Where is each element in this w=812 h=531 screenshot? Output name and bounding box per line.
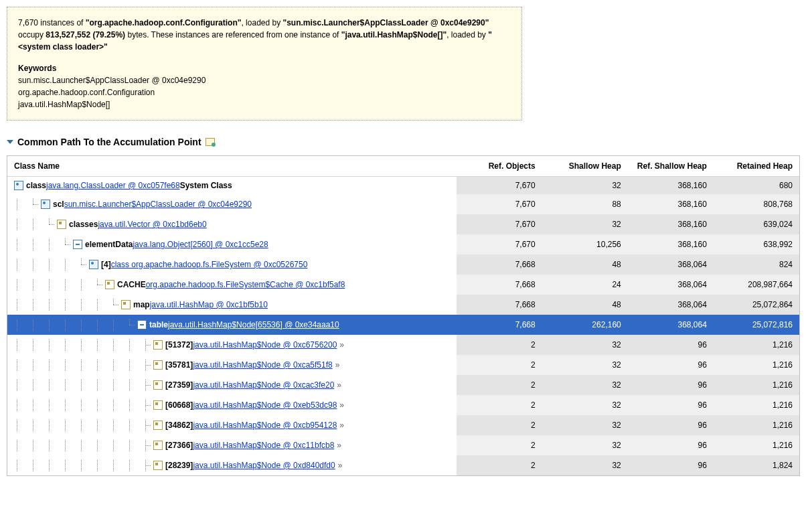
cell-shallow: 32 [542, 455, 628, 475]
field-name: CACHE [117, 280, 146, 289]
cell-refobj: 2 [457, 355, 542, 375]
cell-refshallow: 368,064 [628, 254, 714, 275]
cell-retained: 680 [714, 177, 799, 195]
cell-retained: 824 [714, 254, 799, 275]
object-icon [153, 380, 163, 390]
section-header[interactable]: Common Path To the Accumulation Point [7, 137, 805, 147]
object-icon [153, 441, 163, 450]
suspect-info-box: 7,670 instances of "org.apache.hadoop.co… [7, 7, 522, 121]
table-row[interactable]: elementData java.lang.Object[2560] @ 0xc… [7, 234, 799, 254]
table-row[interactable]: table java.util.HashMap$Node[65536] @ 0x… [7, 315, 799, 335]
cell-refobj: 2 [457, 435, 542, 455]
chevron-right-icon: » [335, 360, 340, 370]
object-link[interactable]: org.apache.hadoop.fs.FileSystem$Cache @ … [146, 280, 345, 289]
field-name: elementData [85, 240, 133, 249]
cell-shallow: 32 [542, 177, 628, 195]
col-class-name[interactable]: Class Name [7, 156, 457, 177]
field-name: [35781] [165, 360, 193, 370]
field-name: [28239] [165, 461, 193, 470]
field-name: map [133, 300, 150, 309]
object-icon [153, 461, 163, 470]
table-row[interactable]: [60668] java.util.HashMap$Node @ 0xeb53d… [7, 395, 799, 415]
cell-refobj: 7,668 [457, 295, 542, 315]
cell-retained: 25,072,864 [714, 295, 799, 315]
object-link[interactable]: java.lang.ClassLoader @ 0xc057fe68 [46, 181, 180, 190]
object-link[interactable]: java.util.Vector @ 0xc1bd6eb0 [98, 220, 206, 229]
system-class-label: System Class [180, 181, 232, 190]
object-link[interactable]: java.util.HashMap @ 0xc1bf5b10 [150, 300, 268, 309]
cell-retained: 639,024 [714, 214, 799, 234]
table-row[interactable]: classes java.util.Vector @ 0xc1bd6eb07,6… [7, 214, 799, 234]
cell-shallow: 32 [542, 435, 628, 455]
object-link[interactable]: java.util.HashMap$Node @ 0xc6756200 [193, 340, 337, 350]
cell-refshallow: 96 [628, 375, 714, 395]
cell-shallow: 32 [542, 395, 628, 415]
table-row[interactable]: CACHE org.apache.hadoop.fs.FileSystem$Ca… [7, 275, 799, 295]
cell-refobj: 7,670 [457, 234, 542, 254]
cell-refobj: 2 [457, 375, 542, 395]
field-name: [51372] [165, 340, 193, 350]
section-title: Common Path To the Accumulation Point [17, 137, 201, 147]
object-link[interactable]: java.lang.Object[2560] @ 0xc1cc5e28 [133, 240, 268, 249]
field-name: classes [69, 220, 98, 229]
cell-retained: 208,987,664 [714, 275, 799, 295]
table-row[interactable]: map java.util.HashMap @ 0xc1bf5b107,6684… [7, 295, 799, 315]
field-name: scl [53, 200, 64, 209]
cell-retained: 1,216 [714, 395, 799, 415]
cell-retained: 1,216 [714, 335, 799, 355]
cell-shallow: 32 [542, 214, 628, 234]
object-link[interactable]: java.util.HashMap$Node @ 0xeb53dc98 [193, 400, 337, 410]
cell-retained: 1,216 [714, 375, 799, 395]
table-row[interactable]: scl sun.misc.Launcher$AppClassLoader @ 0… [7, 194, 799, 214]
toggle-arrow-icon[interactable] [7, 140, 13, 144]
table-row[interactable]: [4] class org.apache.hadoop.fs.FileSyste… [7, 254, 799, 275]
cell-refshallow: 368,160 [628, 214, 714, 234]
object-link[interactable]: sun.misc.Launcher$AppClassLoader @ 0xc04… [64, 200, 252, 209]
col-retained-heap[interactable]: Retained Heap [714, 156, 799, 177]
accumulation-tree-table[interactable]: Class Name Ref. Objects Shallow Heap Ref… [7, 155, 800, 476]
chevron-right-icon: » [339, 421, 344, 430]
object-link[interactable]: java.util.HashMap$Node[65536] @ 0xe34aaa… [168, 320, 339, 329]
col-shallow-heap[interactable]: Shallow Heap [542, 156, 628, 177]
object-icon [57, 220, 66, 229]
table-row[interactable]: class java.lang.ClassLoader @ 0xc057fe68… [7, 177, 799, 195]
object-link[interactable]: java.util.HashMap$Node @ 0xd840dfd0 [193, 461, 335, 470]
cell-refshallow: 96 [628, 455, 714, 475]
cell-refobj: 7,668 [457, 275, 542, 295]
object-link[interactable]: java.util.HashMap$Node @ 0xcac3fe20 [193, 380, 334, 390]
cell-refobj: 7,670 [457, 214, 542, 234]
cell-shallow: 48 [542, 254, 628, 275]
object-link[interactable]: java.util.HashMap$Node @ 0xcb954128 [193, 421, 337, 430]
cell-refshallow: 368,064 [628, 295, 714, 315]
table-header-row: Class Name Ref. Objects Shallow Heap Ref… [7, 156, 799, 177]
table-row[interactable]: [51372] java.util.HashMap$Node @ 0xc6756… [7, 335, 799, 355]
cell-refobj: 2 [457, 415, 542, 435]
cell-retained: 1,216 [714, 355, 799, 375]
table-row[interactable]: [35781] java.util.HashMap$Node @ 0xca5f5… [7, 355, 799, 375]
object-link[interactable]: class org.apache.hadoop.fs.FileSystem @ … [111, 260, 308, 269]
cell-retained: 808,768 [714, 194, 799, 214]
table-row[interactable]: [27359] java.util.HashMap$Node @ 0xcac3f… [7, 375, 799, 395]
field-name: [4] [101, 260, 111, 269]
cell-refobj: 7,668 [457, 254, 542, 275]
col-ref-shallow-heap[interactable]: Ref. Shallow Heap [628, 156, 714, 177]
accumulation-point-icon [206, 138, 215, 146]
object-link[interactable]: java.util.HashMap$Node @ 0xc11bfcb8 [193, 441, 334, 450]
cell-shallow: 88 [542, 194, 628, 214]
object-icon [105, 280, 114, 289]
field-name: table [149, 320, 168, 329]
chevron-right-icon: » [337, 441, 341, 450]
suspect-description: 7,670 instances of "org.apache.hadoop.co… [18, 17, 511, 53]
cell-refshallow: 368,160 [628, 234, 714, 254]
object-link[interactable]: java.util.HashMap$Node @ 0xca5f51f8 [193, 360, 332, 370]
table-row[interactable]: [27366] java.util.HashMap$Node @ 0xc11bf… [7, 435, 799, 455]
chevron-right-icon: » [337, 380, 341, 390]
cell-shallow: 32 [542, 335, 628, 355]
table-row[interactable]: [34862] java.util.HashMap$Node @ 0xcb954… [7, 415, 799, 435]
table-row[interactable]: [28239] java.util.HashMap$Node @ 0xd840d… [7, 455, 799, 475]
col-ref-objects[interactable]: Ref. Objects [457, 156, 542, 177]
cell-refshallow: 96 [628, 355, 714, 375]
cell-refshallow: 96 [628, 395, 714, 415]
cell-refshallow: 368,160 [628, 177, 714, 195]
cell-shallow: 24 [542, 275, 628, 295]
